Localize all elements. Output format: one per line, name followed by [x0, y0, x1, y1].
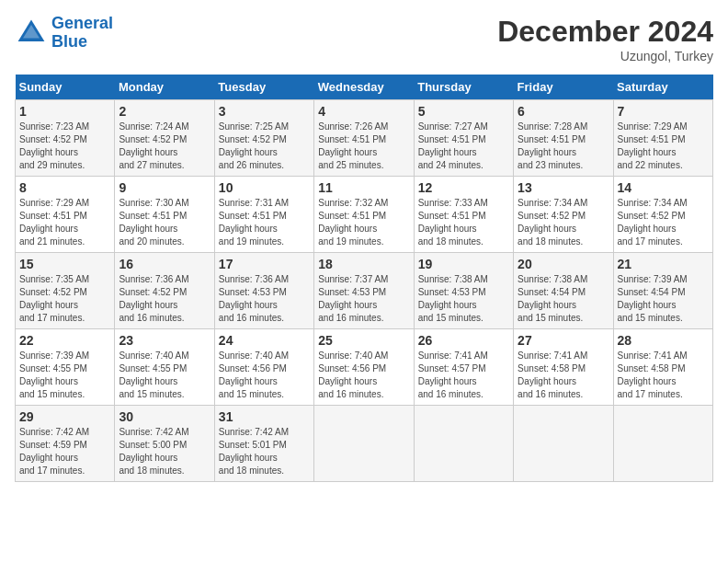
day-info: Sunrise: 7:28 AM Sunset: 4:51 PM Dayligh…	[518, 121, 609, 172]
calendar-table: SundayMondayTuesdayWednesdayThursdayFrid…	[15, 75, 713, 482]
day-info: Sunrise: 7:24 AM Sunset: 4:52 PM Dayligh…	[119, 121, 210, 172]
day-number: 1	[19, 104, 110, 119]
calendar-day-cell: 15 Sunrise: 7:35 AM Sunset: 4:52 PM Dayl…	[16, 253, 115, 329]
logo-text: General Blue	[51, 15, 113, 52]
calendar-day-cell: 25 Sunrise: 7:40 AM Sunset: 4:56 PM Dayl…	[314, 329, 414, 406]
page-header: General Blue December 2024 Uzungol, Turk…	[15, 15, 713, 63]
day-number: 6	[518, 104, 609, 119]
day-info: Sunrise: 7:41 AM Sunset: 4:58 PM Dayligh…	[618, 350, 709, 401]
day-info: Sunrise: 7:38 AM Sunset: 4:53 PM Dayligh…	[418, 273, 509, 325]
day-info: Sunrise: 7:42 AM Sunset: 4:59 PM Dayligh…	[19, 426, 110, 477]
weekday-header-thursday: Thursday	[414, 75, 513, 100]
calendar-day-cell: 24 Sunrise: 7:40 AM Sunset: 4:56 PM Dayl…	[214, 329, 313, 406]
day-number: 4	[318, 104, 409, 119]
calendar-day-cell: 3 Sunrise: 7:25 AM Sunset: 4:52 PM Dayli…	[214, 100, 313, 177]
calendar-day-cell: 13 Sunrise: 7:34 AM Sunset: 4:52 PM Dayl…	[514, 177, 613, 253]
day-number: 21	[618, 257, 709, 271]
day-info: Sunrise: 7:40 AM Sunset: 4:56 PM Dayligh…	[318, 350, 409, 401]
day-number: 30	[119, 409, 210, 424]
day-number: 8	[19, 180, 110, 195]
day-info: Sunrise: 7:37 AM Sunset: 4:53 PM Dayligh…	[318, 273, 409, 325]
day-info: Sunrise: 7:40 AM Sunset: 4:56 PM Dayligh…	[219, 350, 310, 401]
day-number: 9	[119, 180, 210, 195]
calendar-day-cell: 20 Sunrise: 7:38 AM Sunset: 4:54 PM Dayl…	[514, 253, 613, 329]
day-number: 27	[518, 333, 609, 348]
day-info: Sunrise: 7:23 AM Sunset: 4:52 PM Dayligh…	[19, 121, 110, 172]
logo-icon	[15, 17, 48, 50]
day-number: 7	[618, 104, 709, 119]
calendar-day-cell: 12 Sunrise: 7:33 AM Sunset: 4:51 PM Dayl…	[414, 177, 513, 253]
calendar-day-cell: 17 Sunrise: 7:36 AM Sunset: 4:53 PM Dayl…	[214, 253, 313, 329]
calendar-day-cell: 18 Sunrise: 7:37 AM Sunset: 4:53 PM Dayl…	[314, 253, 414, 329]
day-number: 14	[618, 180, 709, 195]
calendar-day-cell: 10 Sunrise: 7:31 AM Sunset: 4:51 PM Dayl…	[214, 177, 313, 253]
month-title: December 2024	[497, 15, 713, 49]
day-info: Sunrise: 7:25 AM Sunset: 4:52 PM Dayligh…	[219, 121, 310, 172]
day-info: Sunrise: 7:39 AM Sunset: 4:54 PM Dayligh…	[618, 273, 709, 325]
day-info: Sunrise: 7:41 AM Sunset: 4:57 PM Dayligh…	[418, 350, 509, 401]
calendar-day-cell: 2 Sunrise: 7:24 AM Sunset: 4:52 PM Dayli…	[115, 100, 214, 177]
weekday-header-tuesday: Tuesday	[214, 75, 313, 100]
day-number: 2	[119, 104, 210, 119]
day-number: 20	[518, 257, 609, 271]
day-number: 15	[19, 257, 110, 271]
day-number: 12	[418, 180, 509, 195]
calendar-day-cell: 19 Sunrise: 7:38 AM Sunset: 4:53 PM Dayl…	[414, 253, 513, 329]
calendar-week-row: 15 Sunrise: 7:35 AM Sunset: 4:52 PM Dayl…	[16, 253, 713, 329]
calendar-day-cell: 9 Sunrise: 7:30 AM Sunset: 4:51 PM Dayli…	[115, 177, 214, 253]
weekday-header-wednesday: Wednesday	[314, 75, 414, 100]
day-info: Sunrise: 7:38 AM Sunset: 4:54 PM Dayligh…	[518, 273, 609, 325]
day-number: 22	[19, 333, 110, 348]
day-info: Sunrise: 7:36 AM Sunset: 4:53 PM Dayligh…	[219, 273, 310, 325]
calendar-day-cell: 29 Sunrise: 7:42 AM Sunset: 4:59 PM Dayl…	[16, 406, 115, 482]
calendar-day-cell: 23 Sunrise: 7:40 AM Sunset: 4:55 PM Dayl…	[115, 329, 214, 406]
calendar-day-cell: 22 Sunrise: 7:39 AM Sunset: 4:55 PM Dayl…	[16, 329, 115, 406]
calendar-day-cell: 27 Sunrise: 7:41 AM Sunset: 4:58 PM Dayl…	[514, 329, 613, 406]
day-info: Sunrise: 7:30 AM Sunset: 4:51 PM Dayligh…	[119, 197, 210, 248]
calendar-day-cell: 16 Sunrise: 7:36 AM Sunset: 4:52 PM Dayl…	[115, 253, 214, 329]
calendar-day-cell: 14 Sunrise: 7:34 AM Sunset: 4:52 PM Dayl…	[613, 177, 712, 253]
weekday-header-sunday: Sunday	[16, 75, 115, 100]
day-info: Sunrise: 7:39 AM Sunset: 4:55 PM Dayligh…	[19, 350, 110, 401]
day-number: 25	[318, 333, 409, 348]
day-number: 26	[418, 333, 509, 348]
day-number: 31	[219, 409, 310, 424]
calendar-day-cell	[314, 406, 414, 482]
calendar-day-cell	[613, 406, 712, 482]
day-info: Sunrise: 7:35 AM Sunset: 4:52 PM Dayligh…	[19, 273, 110, 325]
calendar-day-cell: 5 Sunrise: 7:27 AM Sunset: 4:51 PM Dayli…	[414, 100, 513, 177]
calendar-day-cell: 7 Sunrise: 7:29 AM Sunset: 4:51 PM Dayli…	[613, 100, 712, 177]
day-info: Sunrise: 7:36 AM Sunset: 4:52 PM Dayligh…	[119, 273, 210, 325]
calendar-day-cell: 11 Sunrise: 7:32 AM Sunset: 4:51 PM Dayl…	[314, 177, 414, 253]
day-info: Sunrise: 7:27 AM Sunset: 4:51 PM Dayligh…	[418, 121, 509, 172]
day-number: 10	[219, 180, 310, 195]
day-number: 16	[119, 257, 210, 271]
day-number: 5	[418, 104, 509, 119]
day-number: 17	[219, 257, 310, 271]
calendar-week-row: 8 Sunrise: 7:29 AM Sunset: 4:51 PM Dayli…	[16, 177, 713, 253]
day-number: 19	[418, 257, 509, 271]
day-info: Sunrise: 7:29 AM Sunset: 4:51 PM Dayligh…	[19, 197, 110, 248]
day-number: 18	[318, 257, 409, 271]
calendar-day-cell: 21 Sunrise: 7:39 AM Sunset: 4:54 PM Dayl…	[613, 253, 712, 329]
day-number: 24	[219, 333, 310, 348]
calendar-day-cell	[414, 406, 513, 482]
weekday-header-saturday: Saturday	[613, 75, 712, 100]
day-info: Sunrise: 7:41 AM Sunset: 4:58 PM Dayligh…	[518, 350, 609, 401]
calendar-day-cell: 30 Sunrise: 7:42 AM Sunset: 5:00 PM Dayl…	[115, 406, 214, 482]
calendar-day-cell: 8 Sunrise: 7:29 AM Sunset: 4:51 PM Dayli…	[16, 177, 115, 253]
day-number: 13	[518, 180, 609, 195]
logo: General Blue	[15, 15, 113, 52]
day-info: Sunrise: 7:34 AM Sunset: 4:52 PM Dayligh…	[618, 197, 709, 248]
day-info: Sunrise: 7:31 AM Sunset: 4:51 PM Dayligh…	[219, 197, 310, 248]
weekday-header-monday: Monday	[115, 75, 214, 100]
calendar-day-cell: 1 Sunrise: 7:23 AM Sunset: 4:52 PM Dayli…	[16, 100, 115, 177]
calendar-day-cell: 28 Sunrise: 7:41 AM Sunset: 4:58 PM Dayl…	[613, 329, 712, 406]
calendar-week-row: 22 Sunrise: 7:39 AM Sunset: 4:55 PM Dayl…	[16, 329, 713, 406]
calendar-week-row: 29 Sunrise: 7:42 AM Sunset: 4:59 PM Dayl…	[16, 406, 713, 482]
location-subtitle: Uzungol, Turkey	[497, 49, 713, 63]
day-info: Sunrise: 7:40 AM Sunset: 4:55 PM Dayligh…	[119, 350, 210, 401]
calendar-header-row: SundayMondayTuesdayWednesdayThursdayFrid…	[16, 75, 713, 100]
day-info: Sunrise: 7:42 AM Sunset: 5:00 PM Dayligh…	[119, 426, 210, 477]
day-number: 29	[19, 409, 110, 424]
